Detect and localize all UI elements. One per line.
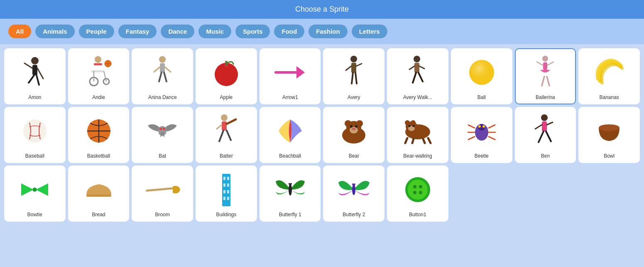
svg-line-45 xyxy=(542,77,544,86)
svg-rect-10 xyxy=(91,70,104,72)
sprite-card[interactable]: Apple xyxy=(196,48,257,104)
filter-btn-music[interactable]: Music xyxy=(198,25,231,38)
sprite-card[interactable]: Ballerina xyxy=(515,48,576,104)
svg-rect-110 xyxy=(227,197,229,200)
sprite-card[interactable]: Basketball xyxy=(68,107,130,163)
svg-line-59 xyxy=(227,131,231,140)
filter-btn-all[interactable]: All xyxy=(8,25,31,38)
svg-marker-98 xyxy=(36,183,48,196)
svg-rect-91 xyxy=(542,121,547,131)
sprite-image-apple xyxy=(198,52,255,92)
svg-line-58 xyxy=(219,131,223,141)
sprite-label: Avery xyxy=(348,94,360,100)
sprite-card[interactable]: Amon xyxy=(4,48,66,104)
sprite-card[interactable]: Beachball xyxy=(260,107,321,163)
sprite-label: Broom xyxy=(155,212,170,218)
svg-line-44 xyxy=(547,62,553,65)
svg-point-90 xyxy=(541,114,548,121)
sprite-card[interactable]: Bread xyxy=(68,166,130,222)
filter-btn-people[interactable]: People xyxy=(79,25,114,38)
svg-point-16 xyxy=(159,56,166,63)
sprite-card[interactable]: Bowl xyxy=(578,107,640,163)
svg-point-74 xyxy=(409,125,411,127)
sprite-card[interactable]: Bat xyxy=(132,107,193,163)
svg-point-122 xyxy=(419,191,422,194)
sprite-card[interactable]: Bowtie xyxy=(4,166,66,222)
sprite-image-ballerina xyxy=(517,52,574,92)
svg-rect-103 xyxy=(223,177,225,180)
sprite-grid: AmonAndieAnina DanceAppleArrow1AveryAver… xyxy=(0,44,644,226)
sprite-card[interactable]: Ben xyxy=(515,107,576,163)
filter-btn-food[interactable]: Food xyxy=(274,25,304,38)
sprite-image-arrow xyxy=(262,52,318,92)
sprite-card[interactable]: Button1 xyxy=(387,166,448,222)
sprite-card[interactable]: Andie xyxy=(68,48,130,104)
sprite-image-batter xyxy=(198,111,255,151)
sprite-card[interactable]: Bear-walking xyxy=(387,107,448,163)
svg-point-67 xyxy=(355,125,358,128)
sprite-card[interactable]: Bananas xyxy=(578,48,640,104)
sprite-image-buildings xyxy=(198,170,255,209)
svg-line-87 xyxy=(488,125,495,128)
sprite-label: Amon xyxy=(28,94,41,100)
sprite-card[interactable]: Butterfly 1 xyxy=(260,166,321,222)
sprite-card[interactable]: Broom xyxy=(132,166,193,222)
filter-btn-sports[interactable]: Sports xyxy=(235,25,270,38)
svg-rect-1 xyxy=(32,65,37,75)
svg-line-29 xyxy=(346,66,351,70)
filter-btn-dance[interactable]: Dance xyxy=(161,25,194,38)
sprite-label: Basketball xyxy=(87,153,110,159)
svg-rect-107 xyxy=(223,190,225,193)
svg-point-75 xyxy=(413,125,415,127)
sprite-label: Bread xyxy=(92,212,105,218)
sprite-card[interactable]: Arrow1 xyxy=(260,48,321,104)
sprite-image-person-walking xyxy=(389,52,446,92)
sprite-image-bananas xyxy=(581,52,637,92)
svg-line-93 xyxy=(547,122,553,125)
sprite-card[interactable]: Beetle xyxy=(451,107,512,163)
svg-rect-34 xyxy=(414,63,419,73)
svg-line-20 xyxy=(159,72,162,82)
sprite-image-butterfly1 xyxy=(262,170,318,209)
sprite-label: Ballerina xyxy=(536,94,555,100)
sprite-label: Anina Dance xyxy=(148,94,177,100)
svg-point-33 xyxy=(414,56,420,62)
svg-point-54 xyxy=(221,114,228,121)
sprite-card[interactable]: Batter xyxy=(196,107,257,163)
svg-line-92 xyxy=(535,125,542,129)
svg-point-99 xyxy=(33,188,37,192)
sprite-label: Buildings xyxy=(216,212,237,218)
filter-btn-fashion[interactable]: Fashion xyxy=(309,25,348,38)
svg-rect-42 xyxy=(543,62,547,70)
svg-point-121 xyxy=(413,191,416,194)
sprite-label: Bear-walking xyxy=(403,153,432,159)
sprite-card[interactable]: Bear xyxy=(323,107,384,163)
svg-line-86 xyxy=(468,136,475,140)
svg-point-27 xyxy=(350,56,357,62)
svg-point-96 xyxy=(599,124,620,131)
svg-point-50 xyxy=(159,128,162,130)
filter-btn-letters[interactable]: Letters xyxy=(352,25,387,38)
sprite-label: Avery Walk... xyxy=(403,94,432,100)
svg-rect-108 xyxy=(227,190,229,193)
sprite-card[interactable]: Avery xyxy=(323,48,384,104)
filter-btn-fantasy[interactable]: Fantasy xyxy=(118,25,157,38)
svg-point-114 xyxy=(352,184,355,195)
sprite-image-butterfly2 xyxy=(326,170,382,209)
sprite-card[interactable]: Anina Dance xyxy=(132,48,193,104)
svg-line-94 xyxy=(539,131,544,142)
sprite-card[interactable]: Avery Walk... xyxy=(387,48,448,104)
svg-point-41 xyxy=(542,56,548,62)
sprite-card[interactable]: Ball xyxy=(451,48,512,104)
sprite-label: Bananas xyxy=(599,94,619,100)
sprite-image-wheelchair-basketball xyxy=(71,52,127,92)
filter-btn-animals[interactable]: Animals xyxy=(35,25,74,38)
sprite-card[interactable]: Baseball xyxy=(4,107,66,163)
sprite-card[interactable]: Buildings xyxy=(196,166,257,222)
svg-line-79 xyxy=(428,138,431,143)
header-title: Choose a Sprite xyxy=(295,5,349,13)
sprite-card[interactable]: Butterfly 2 xyxy=(323,166,384,222)
sprite-label: Beachball xyxy=(279,153,301,159)
sprite-image-basketball xyxy=(71,111,127,151)
svg-point-115 xyxy=(352,183,354,185)
